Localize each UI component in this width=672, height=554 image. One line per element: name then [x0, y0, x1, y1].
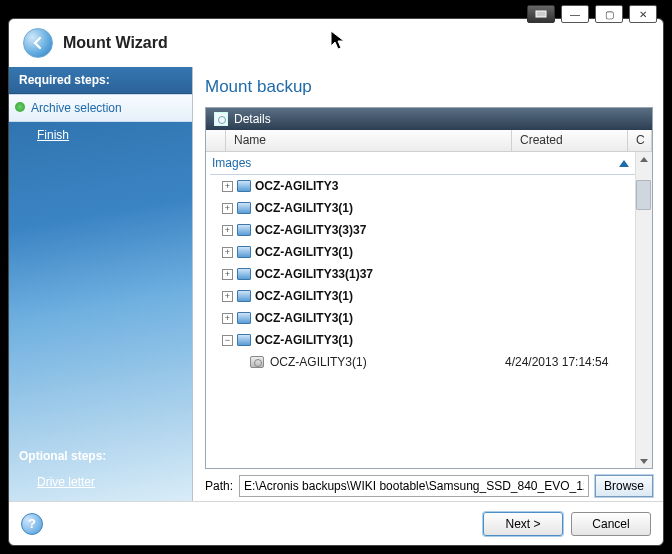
details-label: Details — [234, 112, 271, 126]
collapse-icon[interactable]: − — [222, 335, 233, 346]
scroll-thumb[interactable] — [636, 180, 651, 210]
expand-icon[interactable]: + — [222, 313, 233, 324]
expand-icon[interactable]: + — [222, 225, 233, 236]
expand-icon[interactable]: + — [222, 203, 233, 214]
drive-icon — [237, 246, 251, 258]
window-title: Mount Wizard — [63, 34, 168, 52]
back-button[interactable] — [23, 28, 53, 58]
step-archive-selection[interactable]: Archive selection — [9, 94, 192, 122]
details-icon — [214, 112, 228, 126]
tree-node[interactable]: +OCZ-AGILITY3(1) — [210, 307, 635, 329]
tree-node[interactable]: +OCZ-AGILITY3(1) — [210, 197, 635, 219]
disk-icon — [250, 356, 264, 368]
column-headers: Name Created C — [206, 130, 652, 152]
tree-child[interactable]: OCZ-AGILITY3(1) 4/24/2013 17:14:54 — [210, 351, 635, 373]
path-label: Path: — [205, 479, 233, 493]
help-button[interactable]: ? — [21, 513, 43, 535]
group-label: Images — [212, 156, 251, 170]
wizard-header: Mount Wizard — [9, 19, 663, 67]
path-input[interactable] — [239, 475, 589, 497]
backup-tree[interactable]: Images +OCZ-AGILITY3 +OCZ-AGILITY3(1) +O… — [206, 152, 635, 468]
steps-sidebar: Required steps: Archive selection Finish… — [9, 67, 193, 501]
vertical-scrollbar[interactable] — [635, 152, 652, 468]
drive-icon — [237, 290, 251, 302]
drive-icon — [237, 268, 251, 280]
optional-steps-header: Optional steps: — [9, 443, 192, 469]
page-title: Mount backup — [205, 77, 653, 97]
drive-icon — [237, 202, 251, 214]
close-button[interactable]: ✕ — [629, 5, 657, 23]
expand-icon[interactable]: + — [222, 291, 233, 302]
drive-icon — [237, 334, 251, 346]
window-extra-button[interactable] — [527, 5, 555, 23]
main-panel: Mount backup Details Name Created C Imag… — [193, 67, 663, 501]
scroll-up-icon[interactable] — [636, 152, 652, 166]
required-steps-header: Required steps: — [9, 67, 192, 94]
scroll-down-icon[interactable] — [636, 454, 652, 468]
details-header: Details — [206, 108, 652, 130]
step-finish[interactable]: Finish — [9, 122, 192, 148]
step-drive-letter[interactable]: Drive letter — [9, 469, 192, 501]
expand-icon[interactable]: + — [222, 269, 233, 280]
column-name[interactable]: Name — [226, 130, 512, 151]
tree-node[interactable]: +OCZ-AGILITY3(1) — [210, 241, 635, 263]
drive-icon — [237, 180, 251, 192]
child-label: OCZ-AGILITY3(1) — [270, 355, 499, 369]
expand-icon[interactable]: + — [222, 247, 233, 258]
collapse-icon[interactable] — [619, 160, 629, 167]
browse-button[interactable]: Browse — [595, 475, 653, 497]
window-controls: — ▢ ✕ — [527, 5, 657, 23]
column-c[interactable]: C — [628, 130, 652, 151]
tree-node[interactable]: +OCZ-AGILITY3 — [210, 175, 635, 197]
tree-node[interactable]: +OCZ-AGILITY33(1)37 — [210, 263, 635, 285]
maximize-button[interactable]: ▢ — [595, 5, 623, 23]
drive-icon — [237, 224, 251, 236]
child-created: 4/24/2013 17:14:54 — [505, 355, 635, 369]
path-row: Path: Browse — [205, 475, 653, 497]
expand-icon[interactable]: + — [222, 181, 233, 192]
column-created[interactable]: Created — [512, 130, 628, 151]
details-panel: Details Name Created C Images +OCZ-AGILI… — [205, 107, 653, 469]
tree-node[interactable]: −OCZ-AGILITY3(1) — [210, 329, 635, 351]
back-arrow-icon — [30, 35, 46, 51]
tree-node[interactable]: +OCZ-AGILITY3(3)37 — [210, 219, 635, 241]
drive-icon — [237, 312, 251, 324]
mount-wizard-window: — ▢ ✕ Mount Wizard Required steps: Archi… — [8, 18, 664, 546]
cancel-button[interactable]: Cancel — [571, 512, 651, 536]
wizard-footer: ? Next > Cancel — [9, 501, 663, 545]
svg-rect-0 — [536, 11, 546, 17]
tree-node[interactable]: +OCZ-AGILITY3(1) — [210, 285, 635, 307]
minimize-button[interactable]: — — [561, 5, 589, 23]
group-images[interactable]: Images — [210, 154, 635, 175]
next-button[interactable]: Next > — [483, 512, 563, 536]
column-toggle[interactable] — [206, 130, 226, 151]
